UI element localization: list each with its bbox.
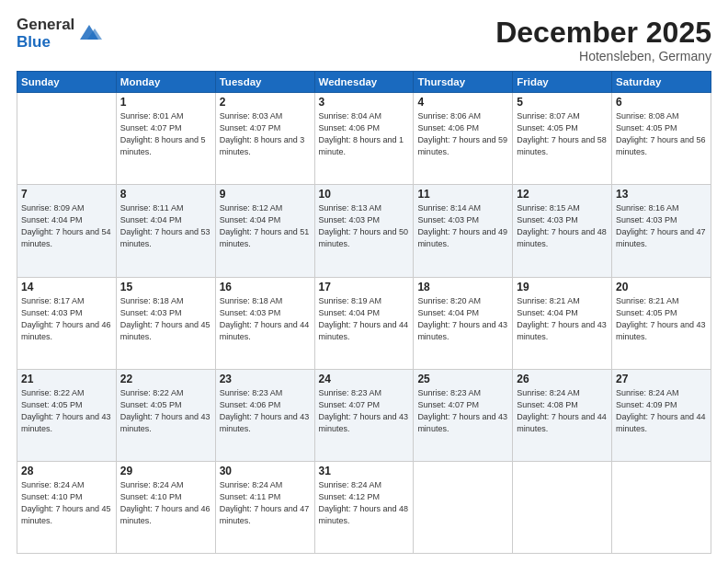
day-details: Sunrise: 8:14 AMSunset: 4:03 PMDaylight:… bbox=[417, 203, 507, 248]
table-row: 13 Sunrise: 8:16 AMSunset: 4:03 PMDaylig… bbox=[612, 185, 711, 277]
day-details: Sunrise: 8:09 AMSunset: 4:04 PMDaylight:… bbox=[21, 203, 111, 248]
col-tuesday: Tuesday bbox=[215, 72, 314, 93]
day-number: 2 bbox=[220, 96, 311, 109]
day-number: 7 bbox=[21, 188, 112, 201]
col-wednesday: Wednesday bbox=[314, 72, 414, 93]
day-details: Sunrise: 8:24 AMSunset: 4:11 PMDaylight:… bbox=[220, 480, 310, 525]
day-number: 17 bbox=[319, 281, 410, 293]
day-number: 20 bbox=[616, 281, 707, 293]
day-details: Sunrise: 8:24 AMSunset: 4:10 PMDaylight:… bbox=[21, 480, 111, 525]
title-month: December 2025 bbox=[495, 17, 711, 49]
calendar-week-row: 1 Sunrise: 8:01 AMSunset: 4:07 PMDayligh… bbox=[17, 93, 711, 185]
table-row: 11 Sunrise: 8:14 AMSunset: 4:03 PMDaylig… bbox=[414, 185, 513, 277]
day-details: Sunrise: 8:12 AMSunset: 4:04 PMDaylight:… bbox=[220, 203, 310, 248]
table-row: 23 Sunrise: 8:23 AMSunset: 4:06 PMDaylig… bbox=[215, 369, 314, 461]
table-row: 10 Sunrise: 8:13 AMSunset: 4:03 PMDaylig… bbox=[314, 185, 414, 277]
table-row: 6 Sunrise: 8:08 AMSunset: 4:05 PMDayligh… bbox=[612, 93, 711, 185]
day-number: 26 bbox=[517, 373, 608, 385]
day-details: Sunrise: 8:16 AMSunset: 4:03 PMDaylight:… bbox=[616, 203, 706, 248]
day-details: Sunrise: 8:07 AMSunset: 4:05 PMDaylight:… bbox=[517, 111, 607, 156]
table-row: 28 Sunrise: 8:24 AMSunset: 4:10 PMDaylig… bbox=[17, 461, 117, 553]
day-details: Sunrise: 8:22 AMSunset: 4:05 PMDaylight:… bbox=[21, 388, 111, 433]
table-row: 3 Sunrise: 8:04 AMSunset: 4:06 PMDayligh… bbox=[314, 93, 414, 185]
col-saturday: Saturday bbox=[612, 72, 711, 93]
day-details: Sunrise: 8:06 AMSunset: 4:06 PMDaylight:… bbox=[417, 111, 507, 156]
day-number: 4 bbox=[417, 96, 508, 109]
day-details: Sunrise: 8:17 AMSunset: 4:03 PMDaylight:… bbox=[21, 296, 111, 341]
day-number: 24 bbox=[319, 373, 410, 385]
day-details: Sunrise: 8:24 AMSunset: 4:09 PMDaylight:… bbox=[616, 388, 706, 433]
day-details: Sunrise: 8:23 AMSunset: 4:07 PMDaylight:… bbox=[417, 388, 507, 433]
day-number: 27 bbox=[616, 373, 707, 385]
day-details: Sunrise: 8:24 AMSunset: 4:12 PMDaylight:… bbox=[319, 480, 409, 525]
day-details: Sunrise: 8:18 AMSunset: 4:03 PMDaylight:… bbox=[120, 296, 210, 341]
day-number: 28 bbox=[21, 465, 112, 477]
day-number: 3 bbox=[319, 96, 410, 109]
table-row: 20 Sunrise: 8:21 AMSunset: 4:05 PMDaylig… bbox=[612, 277, 711, 369]
day-details: Sunrise: 8:22 AMSunset: 4:05 PMDaylight:… bbox=[120, 388, 210, 433]
table-row: 9 Sunrise: 8:12 AMSunset: 4:04 PMDayligh… bbox=[215, 185, 314, 277]
day-details: Sunrise: 8:04 AMSunset: 4:06 PMDaylight:… bbox=[319, 111, 404, 156]
day-number: 5 bbox=[517, 96, 608, 109]
table-row bbox=[513, 461, 612, 553]
calendar-table: Sunday Monday Tuesday Wednesday Thursday… bbox=[17, 71, 711, 554]
table-row: 31 Sunrise: 8:24 AMSunset: 4:12 PMDaylig… bbox=[314, 461, 414, 553]
table-row: 17 Sunrise: 8:19 AMSunset: 4:04 PMDaylig… bbox=[314, 277, 414, 369]
day-number: 18 bbox=[417, 281, 508, 293]
header-row: Sunday Monday Tuesday Wednesday Thursday… bbox=[17, 72, 711, 93]
calendar-week-row: 21 Sunrise: 8:22 AMSunset: 4:05 PMDaylig… bbox=[17, 369, 711, 461]
day-details: Sunrise: 8:11 AMSunset: 4:04 PMDaylight:… bbox=[120, 203, 210, 248]
table-row bbox=[17, 93, 117, 185]
day-number: 29 bbox=[120, 465, 211, 477]
table-row: 8 Sunrise: 8:11 AMSunset: 4:04 PMDayligh… bbox=[116, 185, 215, 277]
day-number: 13 bbox=[616, 188, 707, 201]
day-number: 9 bbox=[220, 188, 311, 201]
table-row: 19 Sunrise: 8:21 AMSunset: 4:04 PMDaylig… bbox=[513, 277, 612, 369]
day-details: Sunrise: 8:23 AMSunset: 4:06 PMDaylight:… bbox=[220, 388, 310, 433]
page: General Blue December 2025 Hotensleben, … bbox=[0, 0, 728, 563]
col-friday: Friday bbox=[513, 72, 612, 93]
table-row bbox=[612, 461, 711, 553]
table-row: 12 Sunrise: 8:15 AMSunset: 4:03 PMDaylig… bbox=[513, 185, 612, 277]
day-details: Sunrise: 8:08 AMSunset: 4:05 PMDaylight:… bbox=[616, 111, 706, 156]
day-details: Sunrise: 8:23 AMSunset: 4:07 PMDaylight:… bbox=[319, 388, 409, 433]
table-row: 18 Sunrise: 8:20 AMSunset: 4:04 PMDaylig… bbox=[414, 277, 513, 369]
table-row: 21 Sunrise: 8:22 AMSunset: 4:05 PMDaylig… bbox=[17, 369, 117, 461]
day-number: 10 bbox=[319, 188, 410, 201]
table-row: 22 Sunrise: 8:22 AMSunset: 4:05 PMDaylig… bbox=[116, 369, 215, 461]
col-thursday: Thursday bbox=[414, 72, 513, 93]
day-number: 19 bbox=[517, 281, 608, 293]
logo-blue: Blue bbox=[17, 34, 74, 52]
table-row: 14 Sunrise: 8:17 AMSunset: 4:03 PMDaylig… bbox=[17, 277, 117, 369]
day-details: Sunrise: 8:19 AMSunset: 4:04 PMDaylight:… bbox=[319, 296, 409, 341]
day-details: Sunrise: 8:20 AMSunset: 4:04 PMDaylight:… bbox=[417, 296, 507, 341]
table-row: 1 Sunrise: 8:01 AMSunset: 4:07 PMDayligh… bbox=[116, 93, 215, 185]
table-row: 24 Sunrise: 8:23 AMSunset: 4:07 PMDaylig… bbox=[314, 369, 414, 461]
logo-general: General bbox=[17, 17, 74, 34]
day-number: 1 bbox=[120, 96, 211, 109]
table-row: 27 Sunrise: 8:24 AMSunset: 4:09 PMDaylig… bbox=[612, 369, 711, 461]
day-number: 30 bbox=[220, 465, 311, 477]
day-details: Sunrise: 8:21 AMSunset: 4:05 PMDaylight:… bbox=[616, 296, 706, 341]
day-details: Sunrise: 8:15 AMSunset: 4:03 PMDaylight:… bbox=[517, 203, 607, 248]
day-number: 22 bbox=[120, 373, 211, 385]
day-number: 25 bbox=[417, 373, 508, 385]
day-number: 23 bbox=[220, 373, 311, 385]
day-number: 16 bbox=[220, 281, 311, 293]
calendar-week-row: 14 Sunrise: 8:17 AMSunset: 4:03 PMDaylig… bbox=[17, 277, 711, 369]
table-row: 30 Sunrise: 8:24 AMSunset: 4:11 PMDaylig… bbox=[215, 461, 314, 553]
day-details: Sunrise: 8:24 AMSunset: 4:10 PMDaylight:… bbox=[120, 480, 210, 525]
day-details: Sunrise: 8:18 AMSunset: 4:03 PMDaylight:… bbox=[220, 296, 310, 341]
table-row: 26 Sunrise: 8:24 AMSunset: 4:08 PMDaylig… bbox=[513, 369, 612, 461]
day-number: 21 bbox=[21, 373, 112, 385]
day-details: Sunrise: 8:24 AMSunset: 4:08 PMDaylight:… bbox=[517, 388, 607, 433]
table-row: 15 Sunrise: 8:18 AMSunset: 4:03 PMDaylig… bbox=[116, 277, 215, 369]
col-monday: Monday bbox=[116, 72, 215, 93]
logo: General Blue bbox=[17, 17, 102, 51]
day-number: 15 bbox=[120, 281, 211, 293]
day-details: Sunrise: 8:01 AMSunset: 4:07 PMDaylight:… bbox=[120, 111, 206, 156]
day-number: 8 bbox=[120, 188, 211, 201]
title-location: Hotensleben, Germany bbox=[495, 49, 711, 63]
title-block: December 2025 Hotensleben, Germany bbox=[495, 17, 711, 63]
header: General Blue December 2025 Hotensleben, … bbox=[17, 17, 711, 63]
